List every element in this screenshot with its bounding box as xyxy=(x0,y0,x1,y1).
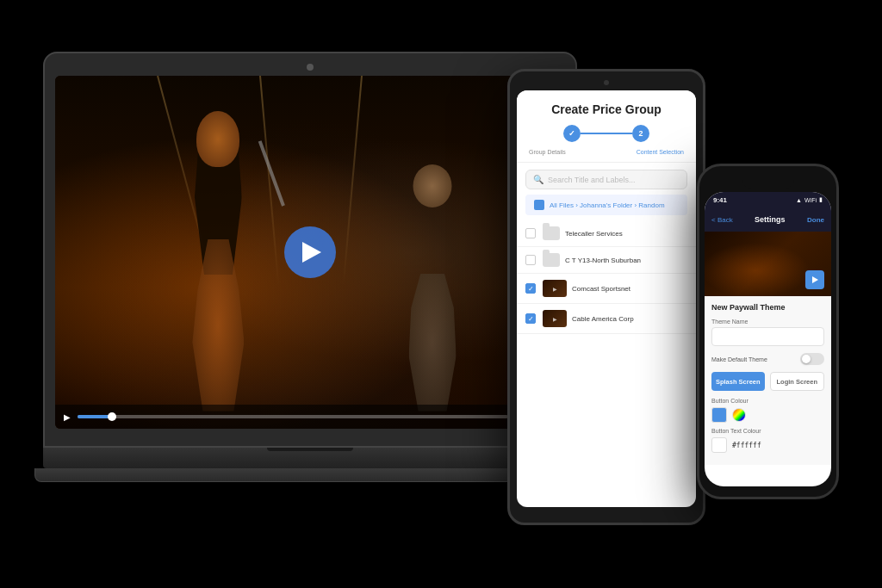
play-button[interactable] xyxy=(284,226,336,278)
button-colour-swatch[interactable] xyxy=(711,407,727,423)
theme-name-label: Theme Name xyxy=(711,319,824,325)
file-name-2: C T Y13-North Suburban xyxy=(565,257,641,264)
video-thumb-4 xyxy=(543,310,567,327)
guitarist-figure xyxy=(376,164,488,412)
progress-fill xyxy=(78,415,112,418)
laptop-camera xyxy=(307,64,314,71)
scene: ▶ 0:06 🔊 ⛶ xyxy=(0,0,882,588)
microphone xyxy=(258,140,285,207)
step-2-label: Content Selection xyxy=(637,149,684,155)
statusbar-time: 9:41 xyxy=(713,196,727,204)
file-name-1: Telecaller Services xyxy=(565,230,623,238)
tablet-camera xyxy=(604,80,609,85)
step-1-circle: ✓ xyxy=(563,125,581,142)
make-default-toggle[interactable] xyxy=(800,353,824,365)
button-text-colour-value: #ffffff xyxy=(732,442,761,449)
theme-name-input[interactable] xyxy=(711,327,824,346)
progress-bar[interactable] xyxy=(78,415,508,418)
make-default-row: Make Default Theme xyxy=(711,353,824,365)
phone-play-icon xyxy=(812,276,818,283)
singer-figure xyxy=(147,111,290,412)
colour-picker-icon[interactable] xyxy=(732,408,746,422)
file-checkbox-2[interactable] xyxy=(525,255,536,265)
statusbar-icons: ▲ WiFi ▮ xyxy=(796,196,823,203)
back-button[interactable]: < Back xyxy=(711,216,733,224)
button-text-colour-row: #ffffff xyxy=(711,437,824,453)
tablet-header: Create Price Group ✓ 2 Group Details Con… xyxy=(517,90,696,163)
laptop-video: ▶ 0:06 🔊 ⛶ xyxy=(55,76,565,429)
singer-head xyxy=(196,111,239,167)
video-controls: ▶ 0:06 🔊 ⛶ xyxy=(55,405,565,429)
done-button[interactable]: Done xyxy=(807,216,824,224)
wifi-icon: WiFi xyxy=(804,197,817,203)
button-text-colour-section: Button Text Colour #ffffff xyxy=(711,428,824,453)
file-item-2[interactable]: C T Y13-North Suburban xyxy=(517,247,696,274)
laptop: ▶ 0:06 🔊 ⛶ xyxy=(43,52,577,499)
signal-icon: ▲ xyxy=(796,197,802,203)
toggle-dot xyxy=(802,355,811,363)
step-2-circle: 2 xyxy=(632,125,649,142)
step-1-label: Group Details xyxy=(529,149,566,155)
folder-icon-2 xyxy=(543,253,560,267)
laptop-base xyxy=(43,448,577,468)
theme-name-group: Theme Name xyxy=(711,319,824,346)
laptop-body: ▶ 0:06 🔊 ⛶ xyxy=(43,52,577,448)
play-icon xyxy=(302,242,321,263)
file-name-3: Comcast Sportsnet xyxy=(572,285,630,293)
phone-content: New Paywall Theme Theme Name Make Defaul… xyxy=(705,296,831,465)
button-colour-section: Button Colour xyxy=(711,398,824,423)
progress-dot xyxy=(108,412,116,421)
tablet-search[interactable]: 🔍 Search Title and Labels... xyxy=(525,170,687,189)
phone-play-button[interactable] xyxy=(805,270,824,289)
laptop-hinge xyxy=(267,448,353,451)
screen-buttons: Splash Screen Login Screen xyxy=(711,372,824,391)
file-checkbox-3[interactable] xyxy=(525,283,536,294)
login-screen-button[interactable]: Login Screen xyxy=(770,372,825,391)
phone-notch xyxy=(742,176,794,189)
steps-indicator: ✓ 2 xyxy=(527,125,686,142)
file-name-4: Cable America Corp xyxy=(572,315,634,323)
tablet-title: Create Price Group xyxy=(527,102,686,116)
search-icon: 🔍 xyxy=(533,175,543,184)
file-item-4[interactable]: Cable America Corp xyxy=(517,304,696,334)
appbar-title: Settings xyxy=(755,215,786,224)
phone-statusbar: 9:41 ▲ WiFi ▮ xyxy=(705,192,831,207)
button-colour-label: Button Colour xyxy=(711,398,824,404)
laptop-screen: ▶ 0:06 🔊 ⛶ xyxy=(55,76,565,429)
file-item-3[interactable]: Comcast Sportsnet xyxy=(517,274,696,304)
breadcrumb-checkbox[interactable] xyxy=(534,200,544,210)
laptop-bottom xyxy=(34,468,586,482)
make-default-label: Make Default Theme xyxy=(711,356,767,362)
button-text-colour-swatch[interactable] xyxy=(711,437,727,453)
search-input: Search Title and Labels... xyxy=(548,176,636,184)
tablet-screen: Create Price Group ✓ 2 Group Details Con… xyxy=(517,90,696,507)
file-breadcrumb: All Files › Johanna's Folder › Random xyxy=(525,195,687,215)
step-line xyxy=(581,133,632,134)
folder-icon-1 xyxy=(543,226,560,240)
file-checkbox-4[interactable] xyxy=(525,313,536,324)
splash-screen-button[interactable]: Splash Screen xyxy=(711,372,765,391)
button-colour-row xyxy=(711,407,824,423)
steps-labels: Group Details Content Selection xyxy=(527,149,686,155)
phone: 9:41 ▲ WiFi ▮ < Back Settings Done xyxy=(697,164,839,499)
breadcrumb-text: All Files › Johanna's Folder › Random xyxy=(550,201,665,209)
phone-section-title: New Paywall Theme xyxy=(711,303,824,312)
button-text-colour-label: Button Text Colour xyxy=(711,428,824,434)
ctrl-play-icon[interactable]: ▶ xyxy=(62,412,72,422)
phone-screen: 9:41 ▲ WiFi ▮ < Back Settings Done xyxy=(705,192,831,486)
battery-icon: ▮ xyxy=(819,196,823,203)
phone-video-thumbnail xyxy=(705,232,831,296)
guitarist-head xyxy=(413,164,452,207)
phone-appbar: < Back Settings Done xyxy=(705,207,831,232)
file-item-1[interactable]: Telecaller Services xyxy=(517,220,696,247)
singer-body xyxy=(192,239,244,412)
guitarist-body xyxy=(409,274,457,412)
file-checkbox-1[interactable] xyxy=(525,228,536,238)
tablet: Create Price Group ✓ 2 Group Details Con… xyxy=(507,69,705,525)
video-thumb-3 xyxy=(543,280,567,297)
